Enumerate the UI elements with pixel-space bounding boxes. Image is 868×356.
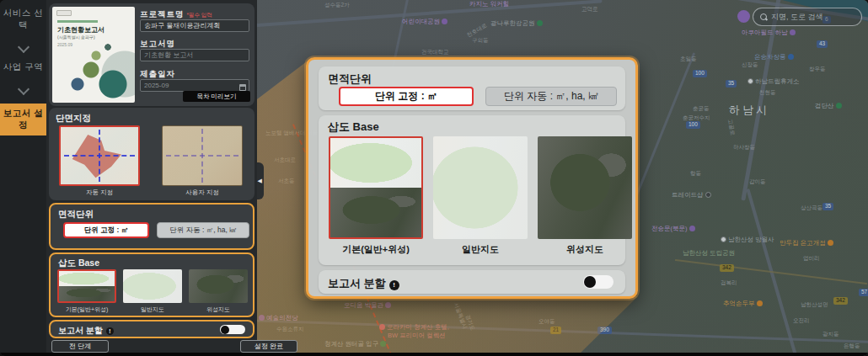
basemap-combo-option[interactable]: [57, 269, 116, 303]
popup-area-unit-title: 면적단위: [328, 72, 372, 87]
plane-user-label: 사용자 지정: [162, 189, 243, 197]
nav-item-service[interactable]: 서비스 선택: [0, 0, 46, 31]
map-label: 고덕로: [581, 7, 598, 13]
popup-unit-fixed-button[interactable]: 단위 고정 : ㎡: [339, 87, 474, 106]
basemap-combo-label: 기본(일반+위성): [54, 306, 120, 314]
area-unit-title: 면적단위: [58, 209, 94, 221]
info-icon[interactable]: !: [106, 327, 114, 335]
toc-preview-button[interactable]: 목차 미리보기: [183, 91, 250, 102]
submit-date-input[interactable]: [140, 79, 249, 92]
basemap-normal-option[interactable]: [123, 269, 182, 303]
unit-auto-button[interactable]: 단위 자동 : ㎡, ha, ㎢: [157, 222, 249, 238]
popup-unit-auto-button[interactable]: 단위 자동 : ㎡, ha, ㎢: [485, 87, 617, 106]
map-label: 어린이대공원: [402, 19, 449, 25]
map-label: 청계산 원터골 입구: [324, 341, 388, 348]
step-nav: 서비스 선택 사업 구역 보고서 설정: [0, 0, 46, 356]
map-label: 건국대학교: [421, 50, 449, 56]
toggle-knob: [221, 326, 229, 334]
nav-item-report-settings[interactable]: 보고서 설정: [0, 104, 46, 135]
map-marker-icon: [380, 341, 386, 347]
map-label: 검단산: [815, 103, 844, 109]
search-input[interactable]: [771, 13, 855, 21]
section-plane-title: 단면지정: [56, 113, 91, 125]
map-label: 엄미리: [803, 256, 820, 262]
base-map-card: 삽도 Base 기본(일반+위성) 일반지도 위성지도: [49, 252, 255, 317]
road-shield: 342: [720, 264, 734, 272]
map-marker-icon: [788, 54, 794, 60]
map-marker-icon: [537, 20, 543, 26]
map-label: BW 프리미어 컬렉션: [388, 332, 446, 339]
nav-item-area[interactable]: 사업 구역: [0, 61, 46, 73]
map-marker-icon: [828, 240, 833, 246]
map-marker-icon: [379, 324, 385, 330]
map-search-box[interactable]: [753, 8, 862, 26]
calendar-icon[interactable]: [239, 84, 246, 91]
basemap-satellite-option[interactable]: [189, 269, 248, 303]
map-marker-icon: [385, 302, 391, 308]
map-label: 춘궁저수지: [683, 115, 710, 121]
map-label: 광지동: [822, 332, 839, 337]
map-label: 예술의전당: [257, 315, 298, 321]
map-label: 춘궁동: [693, 106, 710, 112]
map-label: 창우동: [809, 66, 826, 72]
popup-report-split-text: 보고서 분할: [328, 277, 386, 290]
bottom-edge-bar: [0, 353, 868, 356]
map-label: 하남시: [729, 104, 769, 115]
road-shield: 342: [833, 297, 848, 305]
popup-report-split-toggle[interactable]: [583, 275, 613, 289]
info-icon[interactable]: !: [389, 280, 399, 290]
map-label: 남한산성 망월사: [719, 236, 774, 243]
popup-basemap-satellite-label: 위성지도: [538, 243, 632, 256]
map-label: 카지노 워커힐: [469, 1, 509, 8]
popup-basemap-combo-option[interactable]: [329, 136, 423, 239]
road-shield: 390: [597, 327, 612, 334]
map-label: 은행동: [844, 343, 860, 349]
combo-top-map: [330, 138, 421, 188]
map-label: 은송차장릉: [754, 54, 796, 61]
map-label: 광나루한강공원: [490, 20, 544, 27]
basemap-normal-label: 일반지도: [120, 306, 185, 314]
popup-base-map-title: 삽도 Base: [328, 120, 379, 135]
map-label: 아쿠아필드 하남: [742, 29, 797, 36]
report-split-card: 보고서 분할!: [49, 320, 255, 338]
map-marker-icon: [705, 192, 711, 198]
basemap-satellite-label: 위성지도: [185, 306, 251, 314]
map-label: 감이동: [749, 179, 766, 185]
road-shield: 100: [686, 121, 700, 129]
combo-bottom-satellite: [330, 188, 421, 237]
map-label: 상산곡동: [801, 205, 822, 211]
map-label: 추억손두부: [723, 300, 764, 307]
map-label: 남한산성 도립공원: [683, 250, 735, 257]
plane-auto-label: 자동 지정: [59, 189, 140, 197]
previous-step-button[interactable]: 전 단계: [51, 340, 109, 353]
plane-user-option[interactable]: [162, 125, 243, 186]
popup-base-map-section: 삽도 Base 기본(일반+위성) 일반지도 위성지도: [319, 115, 625, 265]
map-marker-icon: [836, 103, 842, 109]
popup-basemap-satellite-option[interactable]: [538, 136, 632, 239]
map-label: 초일동: [680, 56, 697, 62]
road-line-342: [675, 259, 868, 284]
map-marker-icon: [259, 315, 265, 321]
combo-top-map: [59, 271, 115, 286]
popup-basemap-normal-option[interactable]: [433, 136, 528, 239]
report-split-title-text: 보고서 분할: [58, 326, 103, 335]
sidebar-collapse-handle[interactable]: ◀: [257, 162, 264, 199]
cover-title: 기초현황보고서: [57, 25, 104, 35]
plane-auto-option[interactable]: [59, 125, 140, 186]
map-label: 남한산성면: [801, 302, 828, 308]
finish-settings-button[interactable]: 설정 완료: [240, 340, 297, 353]
chevron-down-icon: [17, 83, 29, 95]
report-split-toggle[interactable]: [220, 325, 245, 334]
section-plane-card: 단면지정 자동 지정 사용자 지정: [49, 108, 255, 200]
map-marker-icon: [790, 29, 796, 35]
combo-bottom-satellite: [59, 286, 115, 301]
map-label: 오라카미 청계산 호텔,: [378, 324, 449, 331]
unit-fixed-button[interactable]: 단위 고정 : ㎡: [63, 222, 149, 238]
map-label: 전승문(북문): [651, 226, 697, 232]
report-name-input[interactable]: [140, 49, 249, 61]
base-map-title: 삽도 Base: [58, 258, 99, 269]
road-shield: 35: [822, 203, 833, 210]
road-shield: 21: [550, 327, 561, 334]
project-name-input[interactable]: [140, 19, 249, 32]
app-window: 서비스 선택 사업 구역 보고서 설정 기초현황보고서 (서울특별시 송파구) …: [0, 0, 868, 356]
